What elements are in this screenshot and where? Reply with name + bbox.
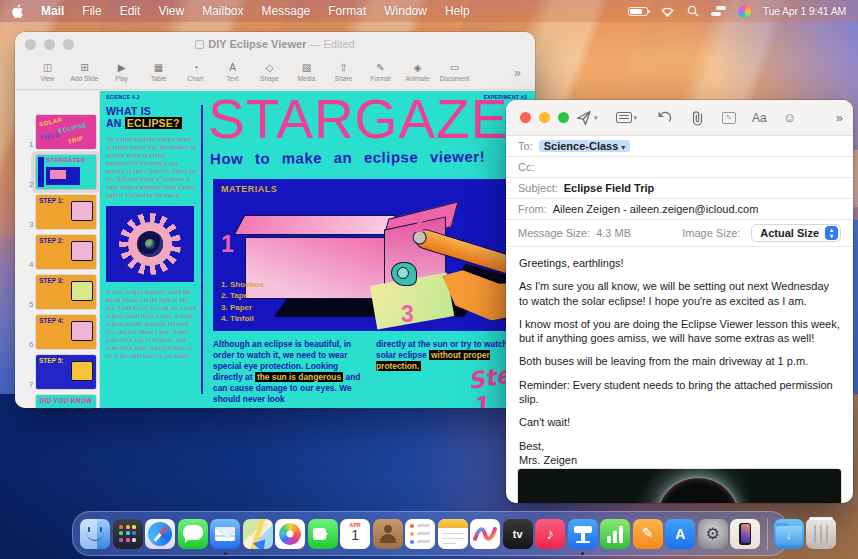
header-fields-chevron-icon[interactable]: ▾ <box>634 114 638 122</box>
close-button[interactable] <box>520 112 531 123</box>
dock-notes-icon[interactable] <box>438 519 468 549</box>
dock-tv-icon[interactable]: tv <box>503 519 533 549</box>
apple-menu-icon[interactable] <box>12 4 25 19</box>
slide-thumb-3[interactable]: 3 STEP 1: <box>15 193 100 233</box>
dock-freeform-icon[interactable] <box>470 519 500 549</box>
dock-mail-icon[interactable] <box>210 519 240 549</box>
emoji-button[interactable]: ☺ <box>783 110 796 125</box>
send-button[interactable] <box>576 110 592 126</box>
to-field[interactable]: To: Science-Class ▾ <box>506 136 853 157</box>
search-icon[interactable] <box>687 5 699 17</box>
menu-message[interactable]: Message <box>262 4 311 18</box>
slide-thumb-6[interactable]: 6 STEP 4: <box>15 313 100 353</box>
attach-button[interactable] <box>690 110 704 126</box>
dock-safari-icon[interactable] <box>145 519 175 549</box>
toolbar-overflow-chevron[interactable]: » <box>514 66 521 80</box>
chart-button[interactable]: ◔Chart <box>177 63 214 82</box>
message-size-value: 4.3 MB <box>596 227 631 239</box>
slide-7-thumbnail[interactable]: STEP 5: <box>36 355 96 389</box>
menu-app-name[interactable]: Mail <box>41 4 64 18</box>
slide-2-thumbnail[interactable]: STARGAZER <box>36 155 96 189</box>
undo-button[interactable] <box>657 110 672 125</box>
view-button[interactable]: ◫View <box>29 63 66 82</box>
menu-help[interactable]: Help <box>445 4 470 18</box>
format-button[interactable]: ✎Format <box>362 63 399 82</box>
slide-thumb-2[interactable]: 2 STARGAZER <box>15 153 100 193</box>
siri-icon[interactable] <box>738 5 751 18</box>
share-button[interactable]: ⇧Share <box>325 63 362 82</box>
what-is-heading: WHAT IS AN ECLIPSE? <box>106 105 198 129</box>
dock-trash-icon[interactable] <box>806 519 836 549</box>
subject-field[interactable]: Subject: Eclipse Field Trip <box>506 178 853 199</box>
menu-format[interactable]: Format <box>328 4 366 18</box>
animate-button[interactable]: ◈Animate <box>399 63 436 82</box>
dock-keynote-icon[interactable] <box>568 519 598 549</box>
status-tray: Tue Apr 1 9:41 AM <box>628 5 846 18</box>
text-button[interactable]: AText <box>214 63 251 82</box>
menu-view[interactable]: View <box>158 4 184 18</box>
dock-music-icon[interactable]: ♪ <box>535 519 565 549</box>
dock-calendar-icon[interactable]: APR1 <box>340 519 370 549</box>
slide-3-thumbnail[interactable]: STEP 1: <box>36 195 96 229</box>
shape-button[interactable]: ◇Shape <box>251 63 288 82</box>
image-size-select[interactable]: Actual Size ▴▾ <box>751 224 841 242</box>
table-button[interactable]: ▦Table <box>140 63 177 82</box>
minimize-button[interactable] <box>539 112 550 123</box>
slide-4-thumbnail[interactable]: STEP 2: <box>36 235 96 269</box>
send-options-chevron-icon[interactable]: ▾ <box>594 114 598 122</box>
slide-6-thumbnail[interactable]: STEP 4: <box>36 315 96 349</box>
slide-corner-left: SCIENCE 4.2 <box>106 94 140 100</box>
play-button[interactable]: ▶Play <box>103 63 140 82</box>
menu-window[interactable]: Window <box>384 4 427 18</box>
slide-thumb-1[interactable]: 1 SOLAR ECLIPSE FIELD TRIP <box>15 113 100 153</box>
dock-messages-icon[interactable] <box>178 519 208 549</box>
slide-canvas[interactable]: SCIENCE 4.2 EXPERIMENT #3 WHAT IS AN ECL… <box>100 91 535 408</box>
materials-box: MATERIALS 1 2 3 4 <box>213 179 533 331</box>
dock-reminders-icon[interactable] <box>405 519 435 549</box>
slide-thumb-8[interactable]: DID YOU KNOW <box>15 393 100 408</box>
slide-thumb-7[interactable]: 7 STEP 5: <box>15 353 100 393</box>
slide-thumb-4[interactable]: 4 STEP 2: <box>15 233 100 273</box>
menu-mailbox[interactable]: Mailbox <box>202 4 243 18</box>
recipient-token[interactable]: Science-Class ▾ <box>539 140 631 152</box>
media-button[interactable]: ▨Media <box>288 63 325 82</box>
stepper-icon: ▴▾ <box>825 226 838 240</box>
dock-finder-icon[interactable] <box>80 519 110 549</box>
menu-bar-clock[interactable]: Tue Apr 1 9:41 AM <box>763 5 846 17</box>
header-fields-button[interactable] <box>616 112 632 123</box>
dock-photos-icon[interactable] <box>275 519 305 549</box>
message-body[interactable]: Greetings, earthlings! As I'm sure you a… <box>506 247 853 467</box>
dock-pages-icon[interactable]: ✎ <box>633 519 663 549</box>
from-field[interactable]: From: Aileen Zeigen - aileen.zeigen@iclo… <box>506 199 853 220</box>
dock-downloads-icon[interactable]: ↓ <box>774 519 804 549</box>
mail-toolbar-overflow[interactable]: » <box>836 110 843 125</box>
cc-field[interactable]: Cc: <box>506 157 853 178</box>
dock-facetime-icon[interactable] <box>308 519 338 549</box>
dock-settings-icon[interactable]: ⚙ <box>698 519 728 549</box>
dock-maps-icon[interactable] <box>243 519 273 549</box>
document-button[interactable]: ▭Document <box>436 63 473 82</box>
battery-icon[interactable] <box>628 7 648 16</box>
slide-navigator[interactable]: 1 SOLAR ECLIPSE FIELD TRIP 2 STARGAZER <box>15 91 100 408</box>
format-button[interactable]: Aa <box>752 111 767 125</box>
keynote-titlebar[interactable]: DIY Eclipse Viewer — Edited <box>15 32 535 56</box>
slide-5-thumbnail[interactable]: STEP 3: <box>36 275 96 309</box>
control-center-icon[interactable] <box>711 6 726 16</box>
wifi-icon[interactable] <box>660 6 675 17</box>
markup-button[interactable]: ✎ <box>722 112 736 124</box>
slide-8-thumbnail[interactable]: DID YOU KNOW <box>36 395 96 408</box>
dock-launchpad-icon[interactable] <box>113 519 143 549</box>
dock-contacts-icon[interactable] <box>373 519 403 549</box>
eclipse-photo-attachment[interactable] <box>518 469 841 503</box>
document-proxy-icon[interactable] <box>195 40 204 49</box>
slide-thumb-5[interactable]: 5 STEP 3: <box>15 273 100 313</box>
token-chevron-icon[interactable]: ▾ <box>621 143 625 152</box>
dock-iphone-mirroring-icon[interactable] <box>730 519 760 549</box>
dock-appstore-icon[interactable]: A <box>665 519 695 549</box>
menu-edit[interactable]: Edit <box>120 4 141 18</box>
dock-numbers-icon[interactable] <box>600 519 630 549</box>
menu-file[interactable]: File <box>82 4 101 18</box>
slide-1-thumbnail[interactable]: SOLAR ECLIPSE FIELD TRIP <box>36 115 96 149</box>
add-slide-button[interactable]: ⊞Add Slide <box>66 63 103 82</box>
mail-toolbar[interactable]: ▾ ▾ ✎ Aa ☺ » <box>506 100 853 136</box>
